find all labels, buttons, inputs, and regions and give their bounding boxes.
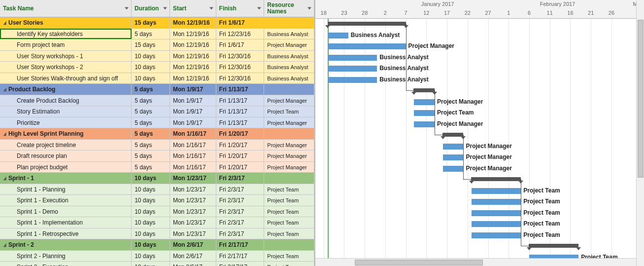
table-row[interactable]: Sprint 1 - Planning10 daysMon 1/23/17Fri… (0, 184, 314, 195)
cell-resource[interactable] (264, 239, 314, 250)
col-header-start[interactable]: Start (170, 0, 216, 17)
cell-name[interactable]: Plan project budget (0, 162, 132, 173)
col-header-finish[interactable]: Finish (216, 0, 265, 17)
cell-duration[interactable]: 5 days (132, 151, 170, 161)
table-row[interactable]: User Story workshops - 210 daysMon 12/19… (0, 62, 314, 73)
cell-name[interactable]: Sprint - 1 (0, 173, 132, 184)
cell-duration[interactable]: 5 days (132, 84, 170, 95)
cell-finish[interactable]: Fri 2/3/17 (216, 228, 265, 239)
cell-finish[interactable]: Fri 1/20/17 (216, 151, 265, 161)
table-row[interactable]: User Stories Walk-through and sign off10… (0, 73, 314, 84)
cell-start[interactable]: Mon 2/6/17 (170, 262, 216, 266)
col-header-name[interactable]: Task Name (0, 0, 132, 17)
cell-start[interactable]: Mon 12/19/16 (170, 62, 216, 73)
cell-duration[interactable]: 10 days (132, 51, 170, 62)
cell-duration[interactable]: 10 days (132, 228, 170, 239)
cell-finish[interactable]: Fri 1/20/17 (216, 140, 265, 151)
cell-finish[interactable]: Fri 1/13/17 (216, 117, 265, 128)
cell-name[interactable]: User Story workshops - 1 (0, 51, 132, 62)
dropdown-icon[interactable] (209, 7, 213, 10)
cell-resource[interactable]: Business Analyst (264, 73, 314, 84)
cell-name[interactable]: Sprint 1 - Implementation (0, 217, 132, 228)
cell-name[interactable]: Sprint 2 - Execution (0, 262, 132, 266)
summary-bar[interactable] (472, 177, 521, 181)
cell-resource[interactable] (264, 17, 314, 28)
cell-finish[interactable]: Fri 12/30/16 (216, 62, 265, 73)
cell-finish[interactable]: Fri 2/3/17 (216, 206, 265, 217)
table-row[interactable]: Sprint 1 - Retrospective10 daysMon 1/23/… (0, 228, 314, 240)
table-row[interactable]: High Level Sprint Planning5 daysMon 1/16… (0, 128, 314, 140)
task-bar[interactable] (472, 199, 521, 205)
cell-name[interactable]: Sprint 2 - Planning (0, 251, 132, 262)
cell-start[interactable]: Mon 12/19/16 (170, 17, 216, 28)
cell-finish[interactable]: Fri 1/13/17 (216, 106, 265, 117)
cell-duration[interactable]: 10 days (132, 73, 170, 84)
table-row[interactable]: Prioritize5 daysMon 1/9/17Fri 1/13/17Pro… (0, 117, 314, 129)
cell-duration[interactable]: 15 days (132, 17, 170, 28)
cell-name[interactable]: Sprint 1 - Planning (0, 184, 132, 195)
cell-resource[interactable]: Project Team (264, 195, 314, 206)
task-bar[interactable] (443, 144, 464, 150)
cell-start[interactable]: Mon 1/23/17 (170, 195, 216, 206)
cell-start[interactable]: Mon 12/19/16 (170, 51, 216, 62)
table-row[interactable]: Plan project budget5 daysMon 1/16/17Fri … (0, 162, 314, 173)
table-row[interactable]: Form project team15 daysMon 12/19/16Fri … (0, 39, 314, 51)
table-row[interactable]: User Stories15 daysMon 12/19/16Fri 1/6/1… (0, 17, 314, 29)
cell-name[interactable]: Sprint 1 - Retrospective (0, 228, 132, 239)
cell-duration[interactable]: 10 days (132, 251, 170, 262)
cell-duration[interactable]: 5 days (132, 140, 170, 151)
table-row[interactable]: Sprint - 110 daysMon 1/23/17Fri 2/3/17 (0, 173, 314, 184)
cell-start[interactable]: Mon 1/23/17 (170, 228, 216, 239)
cell-start[interactable]: Mon 2/6/17 (170, 251, 216, 262)
col-header-duration[interactable]: Duration (132, 0, 170, 17)
cell-name[interactable]: User Stories (0, 17, 132, 28)
cell-name[interactable]: User Stories Walk-through and sign off (0, 73, 132, 84)
cell-name[interactable]: Draft resource plan (0, 151, 132, 161)
cell-name[interactable]: Story Estimation (0, 106, 132, 117)
table-row[interactable]: Story Estimation5 daysMon 1/9/17Fri 1/13… (0, 106, 314, 117)
cell-duration[interactable]: 5 days (132, 95, 170, 106)
cell-name[interactable]: Create project timeline (0, 140, 132, 151)
table-row[interactable]: Product Backlog5 daysMon 1/9/17Fri 1/13/… (0, 84, 314, 95)
cell-resource[interactable]: Project Team (264, 262, 314, 266)
summary-bar[interactable] (529, 244, 578, 248)
cell-resource[interactable]: Project Team (264, 206, 314, 217)
cell-resource[interactable]: Project Team (264, 228, 314, 239)
cell-finish[interactable]: Fri 2/3/17 (216, 195, 265, 206)
dropdown-icon[interactable] (257, 7, 261, 10)
cell-start[interactable]: Mon 12/19/16 (170, 73, 216, 84)
cell-resource[interactable]: Project Team (264, 184, 314, 195)
task-bar[interactable] (443, 166, 464, 172)
cell-finish[interactable]: Fri 1/13/17 (216, 95, 265, 106)
cell-name[interactable]: Prioritize (0, 117, 132, 128)
cell-finish[interactable]: Fri 2/3/17 (216, 173, 265, 184)
cell-resource[interactable] (264, 173, 314, 184)
cell-finish[interactable]: Fri 1/13/17 (216, 84, 265, 95)
dropdown-icon[interactable] (125, 7, 129, 10)
task-bar[interactable] (328, 77, 377, 83)
cell-name[interactable]: Sprint 1 - Demo (0, 206, 132, 217)
cell-start[interactable]: Mon 1/23/17 (170, 206, 216, 217)
task-bar[interactable] (414, 121, 435, 127)
cell-resource[interactable] (264, 84, 314, 95)
table-row[interactable]: Sprint 1 - Demo10 daysMon 1/23/17Fri 2/3… (0, 206, 314, 218)
cell-finish[interactable]: Fri 2/17/17 (216, 262, 265, 266)
cell-finish[interactable]: Fri 12/30/16 (216, 73, 265, 84)
cell-finish[interactable]: Fri 2/3/17 (216, 184, 265, 195)
task-bar[interactable] (472, 210, 521, 216)
cell-name[interactable]: Product Backlog (0, 84, 132, 95)
cell-name[interactable]: Sprint 1 - Execution (0, 195, 132, 206)
task-bar[interactable] (472, 188, 521, 194)
cell-start[interactable]: Mon 1/23/17 (170, 173, 216, 184)
table-row[interactable]: Sprint 2 - Planning10 daysMon 2/6/17Fri … (0, 251, 314, 262)
cell-name[interactable]: Create Product Backlog (0, 95, 132, 106)
cell-start[interactable]: Mon 12/19/16 (170, 39, 216, 50)
table-row[interactable]: Sprint 1 - Implementation10 daysMon 1/23… (0, 217, 314, 228)
cell-finish[interactable]: Fri 12/23/16 (216, 29, 265, 39)
dropdown-icon[interactable] (163, 7, 167, 10)
cell-duration[interactable]: 15 days (132, 39, 170, 50)
cell-resource[interactable]: Project Manager (264, 162, 314, 173)
cell-resource[interactable]: Project Team (264, 217, 314, 228)
task-bar[interactable] (472, 221, 521, 227)
cell-duration[interactable]: 10 days (132, 62, 170, 73)
